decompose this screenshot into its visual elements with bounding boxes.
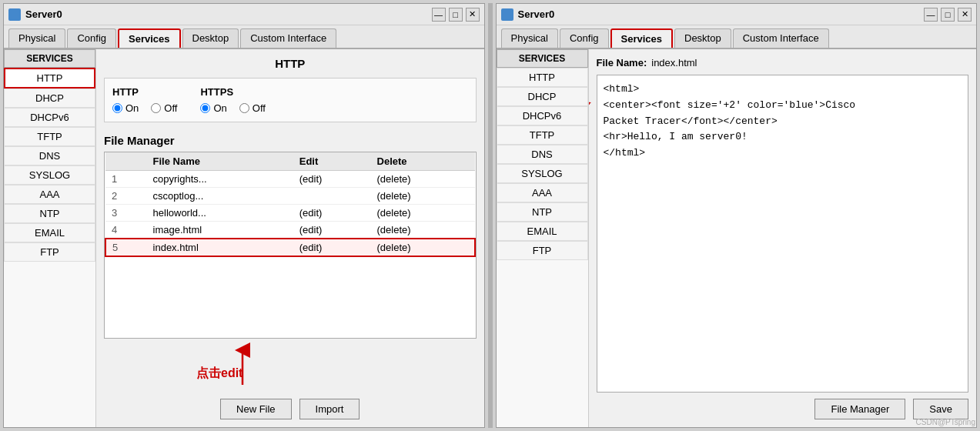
save-button[interactable]: Save [913,399,968,419]
file-table: File Name Edit Delete 1 copyrights... (e… [105,152,476,257]
right-service-dhcpv6[interactable]: DHCPv6 [497,106,588,125]
left-service-dhcp[interactable]: DHCP [4,89,95,108]
file-manager-title: File Manager [104,134,477,147]
right-service-http[interactable]: HTTP [497,68,588,87]
edit-link [293,188,371,205]
left-service-aaa[interactable]: AAA [4,185,95,204]
table-row-highlighted: 5 index.html (edit) (delete) [105,239,475,256]
file-name: helloworld... [147,205,293,222]
delete-link[interactable]: (delete) [371,171,475,188]
delete-link[interactable]: (delete) [371,205,475,222]
left-service-email[interactable]: EMAIL [4,223,95,242]
edit-link[interactable]: (edit) [293,171,371,188]
table-row: 4 image.html (edit) (delete) [105,222,475,239]
left-services-header: SERVICES [4,49,95,68]
left-main-panel: HTTP HTTP On Off [96,49,484,427]
left-services-sidebar: SERVICES HTTP DHCP DHCPv6 TFTP DNS SYSLO… [4,49,96,427]
http-title: HTTP [104,57,477,70]
delete-link[interactable]: (delete) [371,239,475,256]
left-title-controls: — □ ✕ [432,8,480,22]
filename-label: File Name: [597,57,647,68]
right-maximize-btn[interactable]: □ [941,8,955,22]
right-close-btn[interactable]: ✕ [958,8,972,22]
http-off-input[interactable] [151,103,161,113]
right-service-ftp[interactable]: FTP [497,241,588,260]
http-on-radio[interactable]: On [112,102,139,114]
left-tab-bar: Physical Config Services Desktop Custom … [4,25,484,49]
import-button[interactable]: Import [299,399,360,419]
left-service-ntp[interactable]: NTP [4,204,95,223]
right-tab-config[interactable]: Config [560,28,609,48]
left-service-http[interactable]: HTTP [4,68,95,89]
left-content: SERVICES HTTP DHCP DHCPv6 TFTP DNS SYSLO… [4,49,484,427]
http-on-input[interactable] [112,103,122,113]
edit-link[interactable]: (edit) [293,205,371,222]
https-off-input[interactable] [239,103,249,113]
http-off-label: Off [164,102,177,114]
left-maximize-btn[interactable]: □ [449,8,463,22]
https-off-radio[interactable]: Off [239,102,266,114]
https-label: HTTPS [200,86,265,98]
row-num: 5 [105,239,147,256]
http-radio-row: On Off [112,102,177,114]
left-minimize-btn[interactable]: — [432,8,446,22]
right-tab-physical[interactable]: Physical [501,28,558,48]
left-tab-custom[interactable]: Custom Interface [240,28,336,48]
left-service-dhcpv6[interactable]: DHCPv6 [4,108,95,127]
edit-link[interactable]: (edit) [293,222,371,239]
right-minimize-btn[interactable]: — [924,8,938,22]
left-title-bar: Server0 — □ ✕ [4,4,484,25]
left-service-syslog[interactable]: SYSLOG [4,165,95,185]
https-on-radio[interactable]: On [200,102,226,114]
right-services-header: SERVICES [497,49,588,68]
right-service-dns[interactable]: DNS [497,145,588,164]
right-services-sidebar: SERVICES HTTP DHCP DHCPv6 TFTP DNS SYSLO… [497,49,589,427]
delete-link[interactable]: (delete) [371,222,475,239]
edit-link[interactable]: (edit) [293,239,371,256]
left-service-dns[interactable]: DNS [4,146,95,165]
left-close-btn[interactable]: ✕ [466,8,480,22]
right-service-ntp[interactable]: NTP [497,202,588,222]
code-editor[interactable]: <html> <center><font size='+2' color='bl… [597,75,969,393]
col-filename: File Name [147,152,293,171]
right-bottom-buttons: File Manager Save [597,399,969,419]
https-off-label: Off [253,102,266,114]
row-num: 4 [105,222,147,239]
file-name: index.html [147,239,293,256]
right-tab-custom[interactable]: Custom Interface [733,28,829,48]
right-service-tftp[interactable]: TFTP [497,125,588,145]
http-off-radio[interactable]: Off [151,102,177,114]
left-tab-config[interactable]: Config [67,28,116,48]
right-window: Server0 — □ ✕ Physical Config Services D… [496,3,978,428]
col-delete: Delete [371,152,475,171]
col-edit: Edit [293,152,371,171]
right-tab-desktop[interactable]: Desktop [674,28,731,48]
right-service-syslog[interactable]: SYSLOG [497,164,588,183]
left-window-title: Server0 [25,8,427,20]
col-num [105,152,147,171]
row-num: 2 [105,188,147,205]
left-service-ftp[interactable]: FTP [4,242,95,262]
watermark: CSDN@PTspring [916,418,975,426]
right-window-icon [501,8,513,21]
left-tab-physical[interactable]: Physical [8,28,65,48]
right-window-title: Server0 [518,8,920,20]
left-service-tftp[interactable]: TFTP [4,127,95,146]
filename-value: index.html [651,57,697,68]
left-tab-desktop[interactable]: Desktop [182,28,239,48]
bottom-buttons: New File Import [104,399,477,419]
left-window-icon [8,8,21,21]
left-tab-services[interactable]: Services [118,28,181,48]
right-tab-services[interactable]: Services [610,28,674,48]
http-label: HTTP [112,86,177,98]
https-on-input[interactable] [200,103,210,113]
row-num: 1 [105,171,147,188]
file-manager-button[interactable]: File Manager [814,399,905,419]
right-service-aaa[interactable]: AAA [497,183,588,202]
right-title-controls: — □ ✕ [924,8,972,22]
row-num: 3 [105,205,147,222]
right-service-dhcp[interactable]: DHCP [497,87,588,106]
delete-link[interactable]: (delete) [371,188,475,205]
right-service-email[interactable]: EMAIL [497,222,588,241]
new-file-button[interactable]: New File [220,399,292,419]
